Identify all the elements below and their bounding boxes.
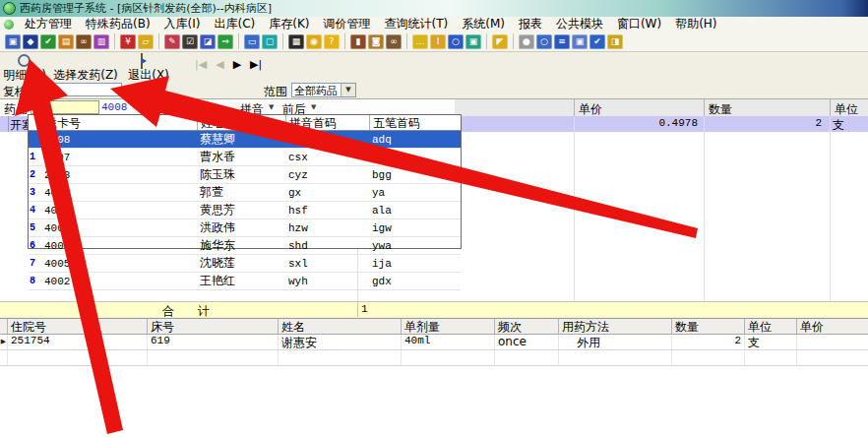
chat-icon[interactable]: … xyxy=(412,34,428,49)
detail-button[interactable]: 明细(M) xyxy=(2,54,47,82)
bt-col-header-7[interactable]: 单位 xyxy=(745,319,797,334)
bt-col-header-1[interactable]: 床号 xyxy=(148,319,279,334)
patient-lookup-dropdown: 磁卡号姓名拼音首码五笔首码 4008蔡慧卿chqadq14007曹水香csxgi… xyxy=(28,114,462,249)
patient-table-body: ▶251754619谢惠安40mlonce外用2支0.4978 xyxy=(0,335,868,366)
menu-item-system[interactable]: 系统(M) xyxy=(455,16,512,32)
bt-col-header-0[interactable]: 住院号 xyxy=(8,319,148,334)
zoom-icon[interactable]: ○ xyxy=(536,34,552,49)
checklist-icon[interactable]: ☑ xyxy=(182,34,198,49)
menu-item-help[interactable]: 帮助(H) xyxy=(668,16,723,32)
bt-cell-7: 支 xyxy=(745,335,797,349)
folder-icon[interactable]: ▱ xyxy=(138,34,154,49)
wubi-cell: git xyxy=(369,152,461,163)
exit-doc-icon[interactable]: ◨ xyxy=(607,34,623,49)
bt-cell-8: 0.4978 xyxy=(797,335,868,349)
bt-col-header-8[interactable]: 单价 xyxy=(797,319,868,334)
clipboard-icon[interactable]: ✎ xyxy=(164,34,180,49)
card-number-cell: 4010 xyxy=(41,205,197,217)
menu-item-stock-in[interactable]: 入库(I) xyxy=(157,16,208,32)
bottle-icon[interactable]: ◆ xyxy=(23,34,38,49)
pinyin-dropdown-icon[interactable]: ▼ xyxy=(269,103,274,111)
bell-icon[interactable]: ◉ xyxy=(306,34,322,49)
bt-col-header-6[interactable]: 数量 xyxy=(672,319,745,334)
menu-item-common-module[interactable]: 公共模块 xyxy=(549,16,610,32)
bt-cell-0: 251754 xyxy=(8,335,148,349)
sphere-icon[interactable]: ● xyxy=(519,34,534,49)
patient-row[interactable]: 74005沈晓莲sxlija xyxy=(29,255,461,273)
grid-icon[interactable]: ▦ xyxy=(288,34,304,49)
patient-row[interactable]: 34011郭萱gxya xyxy=(29,184,461,202)
patient-row[interactable]: 84002王艳红wyhgdx xyxy=(29,273,461,290)
patient-row[interactable]: 64006施华东shdywa xyxy=(29,237,461,255)
find-folder-icon[interactable]: ◙ xyxy=(368,34,384,49)
select-dispense-button[interactable]: 选择发药(Z) xyxy=(47,54,124,82)
patient-row[interactable]: 44010黄思芳hsfala xyxy=(29,202,461,219)
range-combobox[interactable]: 全部药品 ▼ xyxy=(291,83,356,97)
menu-item-special-drug[interactable]: 特殊药品(B) xyxy=(79,16,157,32)
help-badge-icon[interactable]: ? xyxy=(324,34,340,49)
menu-item-stock-out[interactable]: 出库(C) xyxy=(208,16,263,32)
money-icon[interactable]: ¥ xyxy=(120,34,136,49)
drug-search-input[interactable] xyxy=(31,100,99,114)
bt-col-header-4[interactable]: 频次 xyxy=(495,319,559,334)
open-folder-icon[interactable]: ◤ xyxy=(492,34,508,49)
wubi-cell: bgg xyxy=(369,169,461,181)
card-number-cell: 4002 xyxy=(41,276,197,287)
chevron-down-icon[interactable]: ▼ xyxy=(341,84,355,96)
toolbar-separator xyxy=(406,33,407,49)
menu-item-report[interactable]: 报表 xyxy=(512,16,549,32)
dd-col-header-1[interactable]: 姓名 xyxy=(197,115,285,130)
picture-icon[interactable]: ▤ xyxy=(58,34,74,49)
toolbar-separator xyxy=(282,33,283,49)
bt-col-header-5[interactable]: 用药方法 xyxy=(559,319,672,334)
dd-col-header-2[interactable]: 拼音首码 xyxy=(285,115,369,130)
nav-first: |◀ xyxy=(195,58,207,71)
menu-item-query-stat[interactable]: 查询统计(T) xyxy=(378,16,456,32)
menu-item-price-adjust[interactable]: 调价管理 xyxy=(317,16,378,32)
note-icon[interactable]: ◪ xyxy=(200,34,216,49)
bt-cell-2: 谢惠安 xyxy=(279,335,402,349)
magnifier-icon[interactable]: ○ xyxy=(448,34,464,49)
empty-cell xyxy=(559,350,672,365)
menu-item-window[interactable]: 窗口(W) xyxy=(610,16,668,32)
export-icon[interactable]: ⇒ xyxy=(217,34,233,49)
wubi-cell: ala xyxy=(369,205,461,217)
window-icon[interactable]: ▣ xyxy=(5,34,21,49)
patient-row[interactable]: 22038陈玉珠cyzbgg xyxy=(29,166,461,184)
nav-last[interactable]: ▶| xyxy=(250,58,262,71)
menu-item-inventory[interactable]: 库存(K) xyxy=(262,16,316,32)
monitor-icon[interactable]: ▢ xyxy=(262,34,278,49)
pinyin-cell: sxl xyxy=(285,258,369,270)
verify-icon[interactable]: ✔ xyxy=(589,34,605,49)
patient-row[interactable]: 14007曹水香csxgit xyxy=(29,149,461,166)
grid-column-line xyxy=(574,116,575,301)
rows-icon[interactable]: ≡ xyxy=(554,34,570,49)
patient-row[interactable]: 4008蔡慧卿chqadq xyxy=(29,131,461,149)
dd-col-header-3[interactable]: 五笔首码 xyxy=(369,115,461,130)
review-input[interactable] xyxy=(37,83,122,96)
patient-detail-row[interactable]: ▶251754619谢惠安40mlonce外用2支0.4978 xyxy=(0,335,868,350)
bt-col-header-3[interactable]: 单剂量 xyxy=(402,319,495,334)
thermometer-icon[interactable]: I xyxy=(430,34,446,49)
bt-col-header-2[interactable]: 姓名 xyxy=(279,319,402,334)
card-file-icon[interactable]: ▥ xyxy=(93,34,109,49)
binoculars-icon[interactable]: ∞ xyxy=(76,34,92,49)
patient-row[interactable]: 54001洪政伟hzwigw xyxy=(29,219,461,237)
detail-button-label: 明细(M) xyxy=(3,69,46,82)
layers-icon[interactable]: ▣ xyxy=(572,34,588,49)
dd-col-header-0[interactable]: 磁卡号 xyxy=(41,115,197,130)
exit-button[interactable]: 退出(X) xyxy=(124,54,173,82)
filter-row: 复核 范围 全部药品 ▼ xyxy=(0,83,868,98)
frontback-dropdown-icon[interactable]: ▼ xyxy=(311,103,316,111)
drum-icon[interactable]: ▮ xyxy=(350,34,366,49)
menu-window-icon[interactable] xyxy=(4,20,14,30)
nav-next[interactable]: ▶ xyxy=(233,58,241,71)
menu-item-prescription[interactable]: 处方管理 xyxy=(18,16,79,32)
approve-icon[interactable]: ✔ xyxy=(40,34,56,49)
keyboard-icon[interactable]: ▭ xyxy=(244,34,260,49)
row-number: 6 xyxy=(29,240,41,251)
screen-icon[interactable]: ▣ xyxy=(465,34,481,49)
toolbar-separator xyxy=(158,33,159,49)
wubi-cell: ya xyxy=(369,187,461,199)
search-icon[interactable]: ∞ xyxy=(386,34,402,49)
